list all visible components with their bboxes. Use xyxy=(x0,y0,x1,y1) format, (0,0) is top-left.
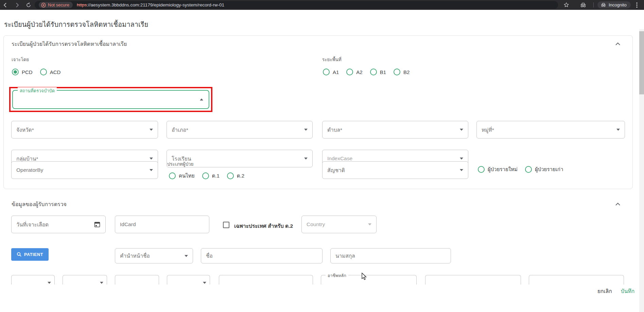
blood-date-placeholder: วันที่เจาะเลือด xyxy=(16,220,94,229)
index-case-placeholder: IndexCase xyxy=(327,155,460,162)
address-bar[interactable]: Not secure https://aesystem.3bbddns.com:… xyxy=(35,1,558,9)
radio-t1-label: ต.1 xyxy=(212,172,220,180)
country-select[interactable]: Country xyxy=(301,216,377,233)
operator-by-select[interactable]: OperatorBy xyxy=(11,161,158,179)
clipped-field-5[interactable] xyxy=(219,275,313,285)
nationality-placeholder: สัญชาติ xyxy=(327,166,460,175)
radio-new-patient[interactable] xyxy=(478,166,485,173)
village-no-placeholder: หมู่ที่* xyxy=(482,126,616,134)
scrollbar-thumb[interactable] xyxy=(639,31,644,94)
patient-status-radio-group: ผู้ป่วยรายใหม่ ผู้ป่วยรายเก่า xyxy=(478,165,571,173)
clipped-select-4[interactable] xyxy=(167,275,210,285)
drawn-by-label: เจาะโดย xyxy=(12,56,29,63)
url-text: https://aesystem.3bbddns.com:21179/epide… xyxy=(77,2,224,7)
url-rest: ://aesystem.3bbddns.com:21179/epidemiolo… xyxy=(87,2,224,7)
forward-icon[interactable] xyxy=(12,0,22,10)
province-select[interactable]: จังหวัด* xyxy=(11,121,158,139)
examinee-section-title: ข้อมูลของผู้รับการตรวจ xyxy=(12,200,67,208)
clipped-field-7[interactable] xyxy=(425,275,521,285)
clipped-field-3[interactable] xyxy=(115,275,159,285)
area-phase-label: ระยะพื้นที่ xyxy=(322,56,342,63)
drawn-by-radio-group: PCD ACD xyxy=(12,69,68,75)
radio-old-patient-label: ผู้ป่วยรายเก่า xyxy=(535,165,563,173)
radio-b1[interactable] xyxy=(370,69,377,75)
examinee-collapse-chevron-up-icon[interactable] xyxy=(614,200,622,208)
caret-down-icon xyxy=(460,158,463,160)
radio-thai-label: คนไทย xyxy=(179,172,195,180)
radio-a2-label: A2 xyxy=(356,69,362,75)
country-checkbox-label: เฉพาะประเทศ สำหรับ ต.2 xyxy=(234,222,293,230)
main-occupation-floating-label: อาชีพหลัก xyxy=(326,272,348,279)
radio-a1[interactable] xyxy=(323,69,330,75)
url-scheme: https xyxy=(77,2,87,7)
radio-pcd-label: PCD xyxy=(22,69,33,75)
save-button[interactable]: บันทึก xyxy=(621,287,634,295)
patient-button-label: PATIENT xyxy=(24,252,43,257)
subdistrict-placeholder: ตำบล* xyxy=(327,126,460,134)
caret-down-icon xyxy=(616,129,620,131)
radio-old-patient[interactable] xyxy=(525,166,532,173)
not-secure-badge[interactable]: Not secure xyxy=(39,2,73,8)
app-root: Not secure https://aesystem.3bbddns.com:… xyxy=(0,0,644,312)
caret-down-icon xyxy=(150,129,153,131)
incognito-label: Incognito xyxy=(609,2,627,7)
incognito-glasses-icon[interactable] xyxy=(580,0,587,10)
caret-down-icon xyxy=(368,223,371,225)
calendar-icon[interactable] xyxy=(94,221,101,228)
caret-down-icon xyxy=(460,129,463,131)
clipped-field-8[interactable] xyxy=(529,275,624,285)
name-prefix-select[interactable]: คำนำหน้าชื่อ xyxy=(115,248,193,263)
incognito-badge-icon xyxy=(601,2,606,7)
district-select[interactable]: อำเภอ* xyxy=(167,121,313,139)
bookmark-star-icon[interactable] xyxy=(563,0,569,10)
caret-up-icon xyxy=(200,98,203,100)
back-icon[interactable] xyxy=(1,0,10,10)
page-title: ระเบียนผู้ป่วยได้รับการตรวจโลหิตหาเชื้อม… xyxy=(4,19,148,30)
radio-acd[interactable] xyxy=(40,69,47,75)
menu-dots-icon[interactable] xyxy=(636,0,638,10)
radio-t2-label: ต.2 xyxy=(237,172,244,180)
country-checkbox[interactable] xyxy=(223,222,229,228)
operator-by-placeholder: OperatorBy xyxy=(16,167,150,173)
radio-b2-label: B2 xyxy=(403,69,410,75)
radio-a2[interactable] xyxy=(346,69,353,75)
blood-date-field[interactable]: วันที่เจาะเลือด xyxy=(11,216,106,233)
caret-down-icon xyxy=(304,129,308,131)
nationality-select[interactable]: สัญชาติ xyxy=(322,161,468,179)
toolbar-divider xyxy=(593,0,594,10)
mouse-cursor xyxy=(361,273,367,282)
name-prefix-placeholder: คำนำหน้าชื่อ xyxy=(120,252,185,260)
search-icon xyxy=(17,252,22,257)
subdistrict-select[interactable]: ตำบล* xyxy=(322,121,468,139)
clipped-select-2[interactable] xyxy=(63,275,107,285)
radio-acd-label: ACD xyxy=(50,69,61,75)
radio-b2[interactable] xyxy=(394,69,400,75)
radio-t2[interactable] xyxy=(227,172,234,179)
country-placeholder: Country xyxy=(307,221,368,227)
patient-type-radio-group: คนไทย ต.1 ต.2 xyxy=(169,172,252,180)
caret-down-icon xyxy=(48,282,51,284)
reload-icon[interactable] xyxy=(24,0,33,10)
register-collapse-chevron-up-icon[interactable] xyxy=(614,40,622,48)
not-secure-label: Not secure xyxy=(48,2,69,7)
province-placeholder: จังหวัด* xyxy=(16,126,150,134)
radio-pcd[interactable] xyxy=(12,69,19,75)
caret-down-icon xyxy=(185,255,188,257)
radio-b1-label: B1 xyxy=(380,69,386,75)
patient-search-button[interactable]: PATIENT xyxy=(11,248,49,261)
idcard-input[interactable] xyxy=(115,216,209,233)
caret-down-icon xyxy=(304,158,308,160)
patient-type-label: ประเภทผู้ป่วย xyxy=(167,160,193,168)
caret-down-icon xyxy=(203,282,206,284)
radio-thai[interactable] xyxy=(169,172,176,179)
radio-t1[interactable] xyxy=(202,172,209,179)
caret-down-icon xyxy=(460,169,463,171)
cancel-button[interactable]: ยกเลิก xyxy=(597,287,612,295)
lastname-input[interactable] xyxy=(330,248,451,263)
village-no-select[interactable]: หมู่ที่* xyxy=(476,121,625,139)
clipped-select-1[interactable] xyxy=(11,275,55,285)
caret-down-icon xyxy=(100,282,103,284)
radio-new-patient-label: ผู้ป่วยรายใหม่ xyxy=(488,165,518,173)
firstname-input[interactable] xyxy=(201,248,323,263)
register-section-title: ระเบียนผู้ป่วยได้รับการตรวจโลหิตหาเชื้อม… xyxy=(12,40,127,48)
